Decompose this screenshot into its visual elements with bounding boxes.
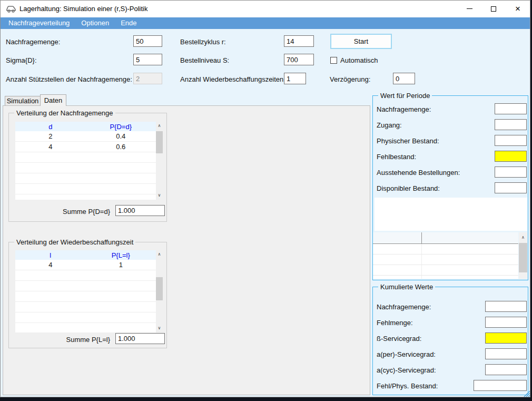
table-row-empty: [373, 265, 518, 276]
close-icon: ×: [515, 4, 520, 14]
tab-daten[interactable]: Daten: [40, 94, 66, 106]
leadtime-col-l: l: [15, 251, 86, 259]
demand-table[interactable]: d P{D=d} 2 0.4 4 0.6: [15, 122, 156, 200]
nachfragemenge-label: Nachfragemenge:: [6, 38, 60, 46]
table-row-empty[interactable]: [15, 302, 156, 312]
cumulative-aper-servicegrad-input[interactable]: [485, 348, 527, 359]
table-row-empty[interactable]: [15, 312, 156, 323]
table-row-empty[interactable]: [15, 323, 156, 332]
sigma-input[interactable]: [133, 54, 162, 65]
automatisch-label: Automatisch: [340, 56, 378, 64]
menu-item-optionen[interactable]: Optionen: [75, 17, 115, 29]
cumulative-nachfragemenge-input[interactable]: [485, 301, 527, 312]
maximize-button[interactable]: [481, 1, 506, 17]
table-row-empty[interactable]: [15, 194, 156, 200]
automatisch-checkbox[interactable]: [330, 57, 337, 64]
scroll-up-icon[interactable]: ∧: [156, 250, 163, 259]
cell-p: 1: [86, 261, 156, 269]
bestellniveau-input[interactable]: [284, 54, 314, 65]
sigma-label: Sigma{D}:: [6, 56, 37, 64]
table-row[interactable]: 4 0.6: [15, 142, 156, 152]
period-chart-area: [375, 198, 527, 231]
table-row-empty: [373, 255, 518, 265]
period-group-title: Wert für Periode: [378, 92, 432, 100]
wiederbeschaffungszeiten-input[interactable]: [284, 73, 306, 84]
minimize-icon: [467, 8, 472, 9]
period-disponibler-bestand-label: Disponibler Bestand:: [377, 184, 440, 192]
cumulative-acyc-servicegrad-input[interactable]: [485, 364, 527, 375]
app-icon: [6, 5, 16, 13]
period-zugang-input[interactable]: [495, 119, 527, 130]
cumulative-fehl-phys-bestand-input[interactable]: [474, 380, 527, 391]
cumulative-group-title: Kumulierte Werte: [378, 283, 435, 291]
table-row-empty[interactable]: [15, 163, 156, 173]
table-row-empty[interactable]: [15, 152, 156, 163]
table-row[interactable]: 2 0.4: [15, 131, 156, 142]
bestellniveau-label: Bestellniveau S:: [180, 56, 229, 64]
menu-item-nachfrageverteilung[interactable]: Nachfrageverteilung: [3, 17, 75, 29]
period-ausstehende-bestellungen-input[interactable]: [495, 167, 527, 178]
cumulative-fehlmenge-label: Fehlmenge:: [377, 319, 413, 327]
title-bar: Lagerhaltung: Simulation einer (r,S)-Pol…: [1, 1, 530, 17]
verzoegerung-label: Verzögerung:: [330, 75, 370, 83]
cell-d: 2: [15, 132, 86, 140]
scroll-up-icon[interactable]: ∧: [519, 233, 527, 242]
scroll-up-icon[interactable]: ∧: [156, 122, 163, 130]
period-disponibler-bestand-input[interactable]: [495, 182, 527, 193]
scrollbar-thumb[interactable]: [156, 277, 163, 300]
minimize-button[interactable]: [457, 1, 481, 17]
scroll-down-icon[interactable]: ∨: [156, 191, 163, 200]
close-button[interactable]: ×: [506, 1, 530, 17]
taskbar-strip: [0, 397, 532, 401]
table-row-empty[interactable]: [15, 291, 156, 302]
period-physischer-bestand-input[interactable]: [495, 135, 527, 146]
cumulative-beta-servicegrad-label: ß-Servicegrad:: [377, 335, 421, 343]
period-zugang-label: Zugang:: [377, 121, 402, 129]
period-table[interactable]: [373, 232, 518, 279]
table-row-empty[interactable]: [15, 281, 156, 291]
cumulative-fehlmenge-input[interactable]: [485, 317, 527, 328]
stuetzstellen-input: [133, 73, 162, 84]
demand-group-title: Verteilung der Nachfragemenge: [14, 109, 115, 117]
period-table-scrollbar[interactable]: ∧: [519, 232, 527, 279]
nachfragemenge-input[interactable]: [133, 35, 162, 47]
cumulative-acyc-servicegrad-label: a(cyc)-Servicegrad:: [377, 366, 436, 374]
start-button[interactable]: Start: [330, 34, 392, 49]
table-row-empty[interactable]: [15, 173, 156, 184]
leadtime-table-scrollbar[interactable]: ∧ ∨: [156, 250, 163, 332]
maximize-icon: [491, 6, 496, 12]
menu-item-ende[interactable]: Ende: [115, 17, 142, 29]
table-row-empty[interactable]: [15, 184, 156, 194]
period-ausstehende-bestellungen-label: Ausstehende Bestellungen:: [377, 169, 460, 177]
period-table-header: [373, 232, 518, 244]
bestellzyklus-input[interactable]: [284, 35, 314, 47]
demand-sum-label: Summe P{D=d}: [15, 208, 110, 216]
cumulative-nachfragemenge-label: Nachfragemenge:: [377, 303, 431, 311]
scrollbar-thumb[interactable]: [519, 243, 527, 272]
table-row[interactable]: 4 1: [15, 260, 156, 270]
scroll-down-icon[interactable]: ∨: [156, 324, 163, 332]
scrollbar-thumb[interactable]: [156, 131, 163, 153]
tab-simulation[interactable]: Simulation: [5, 96, 41, 105]
cumulative-beta-servicegrad-input[interactable]: [485, 332, 527, 344]
table-row-empty[interactable]: [15, 270, 156, 281]
leadtime-sum-input[interactable]: [115, 333, 165, 344]
demand-table-scrollbar[interactable]: ∧ ∨: [156, 122, 163, 200]
cell-d: 4: [15, 143, 86, 151]
leadtime-col-p: P{L=l}: [86, 251, 156, 259]
period-physischer-bestand-label: Physischer Bestand:: [377, 137, 439, 145]
resize-grip-icon[interactable]: [524, 390, 530, 397]
demand-table-header: d P{D=d}: [15, 122, 156, 131]
verzoegerung-input[interactable]: [393, 73, 415, 84]
table-row-empty: [373, 244, 518, 255]
period-nachfragemenge-label: Nachfragemenge:: [377, 105, 431, 113]
period-nachfragemenge-input[interactable]: [495, 103, 527, 114]
period-fehlbestand-input[interactable]: [495, 151, 527, 162]
leadtime-table-header: l P{L=l}: [15, 250, 156, 260]
cell-l: 4: [15, 261, 86, 269]
cell-p: 0.4: [86, 132, 156, 140]
leadtime-table[interactable]: l P{L=l} 4 1: [15, 250, 156, 332]
demand-sum-input[interactable]: [115, 205, 165, 216]
cell-p: 0.6: [86, 143, 156, 151]
leadtime-sum-label: Summe P{L=l}: [15, 336, 110, 344]
